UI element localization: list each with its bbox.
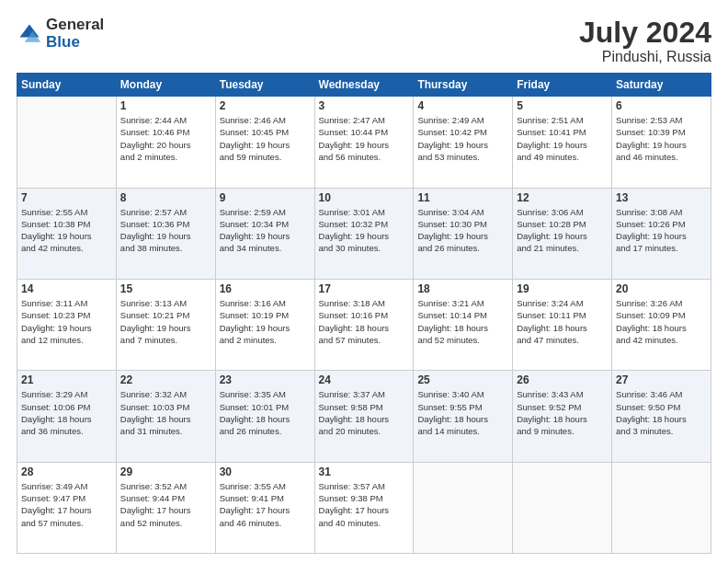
day-info: Sunrise: 3:04 AM Sunset: 10:30 PM Daylig…	[417, 206, 508, 255]
table-row: 24Sunrise: 3:37 AM Sunset: 9:58 PM Dayli…	[314, 371, 414, 462]
day-number: 9	[220, 191, 311, 204]
table-row: 27Sunrise: 3:46 AM Sunset: 9:50 PM Dayli…	[612, 371, 711, 462]
day-info: Sunrise: 2:46 AM Sunset: 10:45 PM Daylig…	[220, 114, 311, 163]
day-number: 5	[517, 99, 608, 112]
day-info: Sunrise: 3:21 AM Sunset: 10:14 PM Daylig…	[417, 297, 508, 346]
table-row	[414, 462, 513, 553]
col-monday: Monday	[116, 74, 215, 97]
day-number: 10	[319, 191, 410, 204]
day-number: 4	[417, 99, 508, 112]
table-row: 25Sunrise: 3:40 AM Sunset: 9:55 PM Dayli…	[414, 371, 513, 462]
table-row: 12Sunrise: 3:06 AM Sunset: 10:28 PM Dayl…	[513, 188, 612, 279]
day-info: Sunrise: 2:57 AM Sunset: 10:36 PM Daylig…	[120, 206, 211, 255]
calendar-header-row: Sunday Monday Tuesday Wednesday Thursday…	[17, 74, 711, 97]
table-row	[513, 462, 612, 553]
day-info: Sunrise: 3:24 AM Sunset: 10:11 PM Daylig…	[517, 297, 608, 346]
table-row: 23Sunrise: 3:35 AM Sunset: 10:01 PM Dayl…	[215, 371, 314, 462]
page-header: General Blue July 2024 Pindushi, Russia	[17, 17, 711, 65]
day-info: Sunrise: 3:16 AM Sunset: 10:19 PM Daylig…	[220, 297, 311, 346]
day-info: Sunrise: 3:29 AM Sunset: 10:06 PM Daylig…	[21, 388, 112, 437]
table-row: 4Sunrise: 2:49 AM Sunset: 10:42 PM Dayli…	[414, 97, 513, 188]
table-row: 2Sunrise: 2:46 AM Sunset: 10:45 PM Dayli…	[215, 97, 314, 188]
day-info: Sunrise: 3:11 AM Sunset: 10:23 PM Daylig…	[21, 297, 112, 346]
col-tuesday: Tuesday	[215, 74, 314, 97]
day-number: 26	[517, 373, 608, 386]
table-row: 10Sunrise: 3:01 AM Sunset: 10:32 PM Dayl…	[314, 188, 414, 279]
table-row: 29Sunrise: 3:52 AM Sunset: 9:44 PM Dayli…	[116, 462, 215, 553]
day-number: 15	[120, 282, 211, 295]
day-number: 23	[220, 373, 311, 386]
day-info: Sunrise: 3:49 AM Sunset: 9:47 PM Dayligh…	[21, 480, 112, 529]
day-info: Sunrise: 3:18 AM Sunset: 10:16 PM Daylig…	[319, 297, 410, 346]
table-row: 3Sunrise: 2:47 AM Sunset: 10:44 PM Dayli…	[314, 97, 414, 188]
table-row: 26Sunrise: 3:43 AM Sunset: 9:52 PM Dayli…	[513, 371, 612, 462]
table-row: 30Sunrise: 3:55 AM Sunset: 9:41 PM Dayli…	[215, 462, 314, 553]
day-number: 3	[319, 99, 410, 112]
day-info: Sunrise: 3:43 AM Sunset: 9:52 PM Dayligh…	[517, 388, 608, 437]
day-number: 2	[220, 99, 311, 112]
day-info: Sunrise: 3:32 AM Sunset: 10:03 PM Daylig…	[120, 388, 211, 437]
day-info: Sunrise: 2:47 AM Sunset: 10:44 PM Daylig…	[319, 114, 410, 163]
day-number: 24	[319, 373, 410, 386]
table-row: 8Sunrise: 2:57 AM Sunset: 10:36 PM Dayli…	[116, 188, 215, 279]
day-number: 6	[616, 99, 707, 112]
day-info: Sunrise: 3:13 AM Sunset: 10:21 PM Daylig…	[120, 297, 211, 346]
table-row: 1Sunrise: 2:44 AM Sunset: 10:46 PM Dayli…	[116, 97, 215, 188]
logo-blue-text: Blue	[46, 34, 104, 52]
day-info: Sunrise: 2:49 AM Sunset: 10:42 PM Daylig…	[417, 114, 508, 163]
table-row: 6Sunrise: 2:53 AM Sunset: 10:39 PM Dayli…	[612, 97, 711, 188]
table-row: 9Sunrise: 2:59 AM Sunset: 10:34 PM Dayli…	[215, 188, 314, 279]
day-number: 22	[120, 373, 211, 386]
table-row: 17Sunrise: 3:18 AM Sunset: 10:16 PM Dayl…	[314, 279, 414, 370]
table-row: 22Sunrise: 3:32 AM Sunset: 10:03 PM Dayl…	[116, 371, 215, 462]
day-number: 16	[220, 282, 311, 295]
day-number: 20	[616, 282, 707, 295]
calendar-table: Sunday Monday Tuesday Wednesday Thursday…	[17, 73, 711, 554]
day-info: Sunrise: 3:57 AM Sunset: 9:38 PM Dayligh…	[319, 480, 410, 529]
title-block: July 2024 Pindushi, Russia	[579, 17, 711, 65]
table-row	[17, 97, 117, 188]
day-number: 30	[220, 465, 311, 478]
table-row: 13Sunrise: 3:08 AM Sunset: 10:26 PM Dayl…	[612, 188, 711, 279]
table-row	[612, 462, 711, 553]
day-number: 27	[616, 373, 707, 386]
day-info: Sunrise: 3:08 AM Sunset: 10:26 PM Daylig…	[616, 206, 707, 255]
table-row: 11Sunrise: 3:04 AM Sunset: 10:30 PM Dayl…	[414, 188, 513, 279]
day-info: Sunrise: 3:46 AM Sunset: 9:50 PM Dayligh…	[616, 388, 707, 437]
day-info: Sunrise: 3:35 AM Sunset: 10:01 PM Daylig…	[220, 388, 311, 437]
col-friday: Friday	[513, 74, 612, 97]
logo-general-text: General	[46, 17, 104, 34]
day-number: 31	[319, 465, 410, 478]
day-number: 29	[120, 465, 211, 478]
day-info: Sunrise: 3:06 AM Sunset: 10:28 PM Daylig…	[517, 206, 608, 255]
day-number: 18	[417, 282, 508, 295]
logo-icon	[17, 21, 42, 47]
table-row: 19Sunrise: 3:24 AM Sunset: 10:11 PM Dayl…	[513, 279, 612, 370]
table-row: 21Sunrise: 3:29 AM Sunset: 10:06 PM Dayl…	[17, 371, 117, 462]
day-number: 11	[417, 191, 508, 204]
day-number: 19	[517, 282, 608, 295]
day-info: Sunrise: 3:52 AM Sunset: 9:44 PM Dayligh…	[120, 480, 211, 529]
col-sunday: Sunday	[17, 74, 117, 97]
table-row: 18Sunrise: 3:21 AM Sunset: 10:14 PM Dayl…	[414, 279, 513, 370]
table-row: 15Sunrise: 3:13 AM Sunset: 10:21 PM Dayl…	[116, 279, 215, 370]
day-number: 17	[319, 282, 410, 295]
logo: General Blue	[17, 17, 104, 51]
calendar-location: Pindushi, Russia	[579, 49, 711, 65]
table-row: 7Sunrise: 2:55 AM Sunset: 10:38 PM Dayli…	[17, 188, 117, 279]
day-number: 21	[21, 373, 112, 386]
day-info: Sunrise: 2:59 AM Sunset: 10:34 PM Daylig…	[220, 206, 311, 255]
day-number: 14	[21, 282, 112, 295]
calendar-title: July 2024	[579, 17, 711, 49]
table-row: 20Sunrise: 3:26 AM Sunset: 10:09 PM Dayl…	[612, 279, 711, 370]
table-row: 31Sunrise: 3:57 AM Sunset: 9:38 PM Dayli…	[314, 462, 414, 553]
day-number: 25	[417, 373, 508, 386]
day-number: 1	[120, 99, 211, 112]
day-info: Sunrise: 2:51 AM Sunset: 10:41 PM Daylig…	[517, 114, 608, 163]
day-number: 12	[517, 191, 608, 204]
table-row: 5Sunrise: 2:51 AM Sunset: 10:41 PM Dayli…	[513, 97, 612, 188]
col-saturday: Saturday	[612, 74, 711, 97]
day-number: 13	[616, 191, 707, 204]
day-number: 8	[120, 191, 211, 204]
day-info: Sunrise: 3:55 AM Sunset: 9:41 PM Dayligh…	[220, 480, 311, 529]
